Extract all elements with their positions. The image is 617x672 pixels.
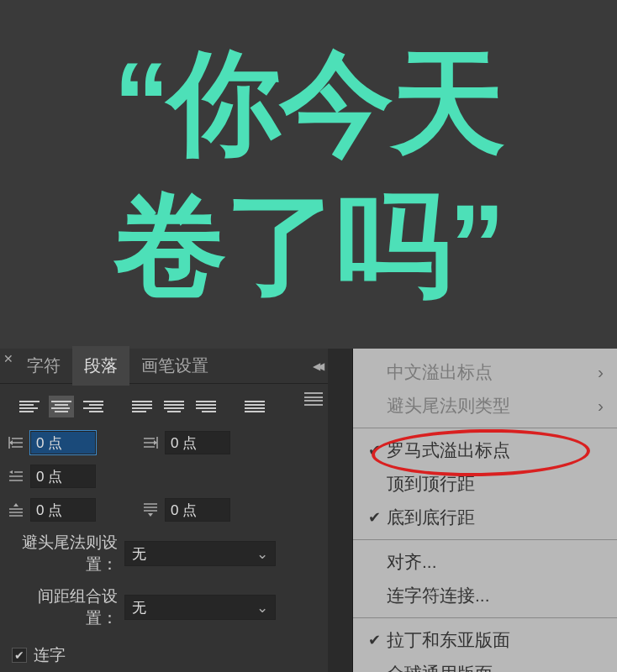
tab-brush[interactable]: 画笔设置 xyxy=(129,346,220,386)
panel-context-menu: 中文溢出标点› 避头尾法则类型› ✔罗马式溢出标点 顶到顶行距 ✔底到底行距 对… xyxy=(353,349,617,672)
menu-item-kinsoku-type[interactable]: 避头尾法则类型› xyxy=(353,389,617,423)
first-line-input[interactable]: 0 点 xyxy=(30,465,96,488)
menu-item-cjk-overflow[interactable]: 中文溢出标点› xyxy=(353,355,617,389)
space-after-input[interactable]: 0 点 xyxy=(165,498,230,522)
indent-left-input[interactable]: 0 点 xyxy=(30,431,96,454)
right-area: 中文溢出标点› 避头尾法则类型› ✔罗马式溢出标点 顶到顶行距 ✔底到底行距 对… xyxy=(328,349,617,672)
space-before-input[interactable]: 0 点 xyxy=(30,498,96,522)
hyphenate-checkbox[interactable]: ✔ xyxy=(12,648,27,663)
indent-right-input[interactable]: 0 点 xyxy=(165,431,230,454)
menu-item-roman-hanging[interactable]: ✔罗马式溢出标点 xyxy=(353,433,617,467)
indent-left-icon xyxy=(5,433,27,452)
menu-divider xyxy=(353,428,617,428)
justify-center-button[interactable] xyxy=(161,396,187,417)
justify-right-button[interactable] xyxy=(193,396,219,417)
justify-left-button[interactable] xyxy=(129,396,155,417)
dark-strip xyxy=(328,349,353,672)
tabs: 字符 段落 画笔设置 xyxy=(15,346,220,386)
canvas-text: “你今天 卷了吗” xyxy=(113,33,504,317)
canvas-preview: “你今天 卷了吗” xyxy=(0,0,617,349)
kinsoku-dropdown[interactable]: 无 xyxy=(124,541,276,566)
text-line-1: “你今天 xyxy=(113,33,504,175)
paragraph-panel: ✕ ◀◀ 字符 段落 画笔设置 xyxy=(0,349,328,672)
kinsoku-label: 避头尾法则设置： xyxy=(8,532,118,575)
mojikumi-dropdown[interactable]: 无 xyxy=(124,595,276,620)
menu-divider xyxy=(353,539,617,540)
menu-divider xyxy=(353,617,617,618)
space-after-icon xyxy=(140,501,161,519)
menu-item-latin-east-asian[interactable]: ✔拉丁和东亚版面 xyxy=(353,623,617,657)
panel-menu-icon[interactable] xyxy=(304,392,323,406)
first-line-icon xyxy=(5,467,27,486)
hyphenate-label: 连字 xyxy=(34,644,66,666)
menu-item-justification[interactable]: 对齐... xyxy=(353,545,617,579)
alignment-row xyxy=(0,384,328,426)
menu-item-hyphenation[interactable]: 连字符连接... xyxy=(353,579,617,612)
align-center-button[interactable] xyxy=(49,396,74,417)
text-line-2: 卷了吗” xyxy=(113,175,504,317)
menu-item-world-ready[interactable]: 全球通用版面 xyxy=(353,657,617,672)
menu-item-bottom-to-bottom[interactable]: ✔底到底行距 xyxy=(353,501,617,534)
space-before-icon xyxy=(5,501,27,519)
indent-right-icon xyxy=(140,433,161,452)
align-right-button[interactable] xyxy=(81,396,106,417)
tab-paragraph[interactable]: 段落 xyxy=(72,346,129,386)
justify-all-button[interactable] xyxy=(242,396,267,417)
tab-character[interactable]: 字符 xyxy=(15,346,72,386)
panel-header: 字符 段落 画笔设置 xyxy=(0,349,328,384)
menu-item-top-to-top[interactable]: 顶到顶行距 xyxy=(353,467,617,501)
align-left-button[interactable] xyxy=(17,396,42,417)
mojikumi-label: 间距组合设置： xyxy=(8,585,118,629)
